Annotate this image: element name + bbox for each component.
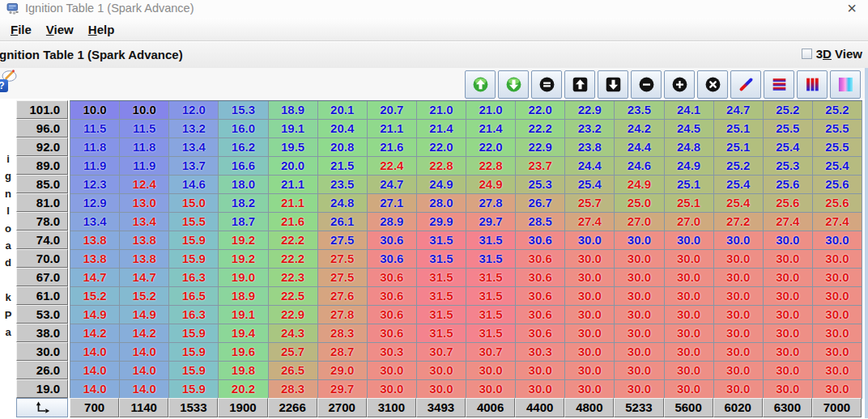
table-cell[interactable]: 30.0 (516, 380, 565, 399)
y-axis-tick[interactable]: 78.0 (16, 212, 68, 231)
table-cell[interactable]: 14.0 (120, 380, 169, 399)
table-cell[interactable]: 20.4 (318, 120, 368, 138)
table-cell[interactable]: 23.8 (565, 138, 615, 157)
table-cell[interactable]: 31.5 (466, 324, 516, 343)
table-cell[interactable]: 16.2 (219, 138, 268, 157)
table-cell[interactable]: 25.6 (813, 194, 862, 213)
y-axis-tick[interactable]: 74.0 (16, 231, 68, 249)
table-cell[interactable]: 23.2 (565, 120, 615, 138)
table-cell[interactable]: 21.0 (417, 101, 466, 120)
table-cell[interactable]: 30.0 (813, 343, 862, 362)
table-cell[interactable]: 21.4 (417, 120, 466, 138)
table-cell[interactable]: 28.3 (318, 324, 368, 343)
v-bars-button[interactable] (797, 70, 828, 99)
table-cell[interactable]: 27.4 (565, 213, 615, 231)
table-cell[interactable]: 31.5 (417, 250, 466, 269)
table-cell[interactable]: 22.0 (516, 101, 565, 120)
table-cell[interactable]: 27.5 (318, 250, 368, 269)
table-cell[interactable]: 25.3 (516, 176, 565, 194)
table-cell[interactable]: 30.0 (565, 287, 615, 306)
table-cell[interactable]: 25.5 (813, 120, 862, 138)
table-cell[interactable]: 30.6 (516, 287, 565, 306)
table-cell[interactable]: 15.9 (169, 380, 219, 399)
table-cell[interactable]: 25.1 (665, 194, 714, 213)
table-cell[interactable]: 22.9 (269, 306, 318, 324)
checkbox-box-icon[interactable] (802, 49, 812, 59)
y-axis-tick[interactable]: 85.0 (16, 175, 68, 193)
table-cell[interactable]: 22.3 (269, 269, 318, 287)
x-axis-tick[interactable]: 1533 (168, 398, 218, 417)
table-cell[interactable]: 30.6 (368, 231, 417, 250)
table-cell[interactable]: 30.0 (764, 362, 813, 380)
help-icon[interactable]: ? (0, 79, 8, 92)
table-cell[interactable]: 15.9 (169, 343, 219, 362)
table-cell[interactable]: 22.9 (565, 101, 615, 120)
table-cell[interactable]: 22.5 (269, 287, 318, 306)
x-axis-tick[interactable]: 700 (70, 398, 119, 417)
table-cell[interactable]: 15.3 (219, 101, 268, 120)
table-cell[interactable]: 13.2 (169, 120, 219, 138)
table-cell[interactable]: 27.2 (714, 213, 764, 231)
table-cell[interactable]: 30.6 (516, 231, 565, 250)
equals-button[interactable] (531, 70, 562, 99)
decrement-button[interactable] (631, 70, 662, 99)
table-cell[interactable]: 26.5 (269, 362, 318, 380)
table-cell[interactable]: 16.6 (219, 157, 268, 176)
table-cell[interactable]: 14.0 (70, 343, 120, 362)
table-cell[interactable]: 30.0 (764, 269, 813, 287)
table-cell[interactable]: 30.0 (565, 324, 615, 343)
x-axis-tick[interactable]: 4800 (564, 398, 614, 417)
y-axis-tick[interactable]: 26.0 (16, 361, 68, 379)
table-cell[interactable]: 29.9 (417, 213, 466, 231)
table-cell[interactable]: 27.1 (368, 194, 417, 213)
table-cell[interactable]: 15.9 (169, 324, 219, 343)
table-cell[interactable]: 12.3 (70, 176, 120, 194)
table-cell[interactable]: 22.8 (417, 157, 466, 176)
table-cell[interactable]: 24.2 (615, 120, 664, 138)
gradient-button[interactable] (830, 70, 861, 99)
table-cell[interactable]: 30.0 (615, 306, 664, 324)
table-cell[interactable]: 30.0 (615, 250, 664, 269)
table-cell[interactable]: 18.7 (219, 213, 268, 231)
table-cell[interactable]: 28.9 (368, 213, 417, 231)
table-cell[interactable]: 30.3 (368, 343, 417, 362)
table-cell[interactable]: 28.5 (516, 213, 565, 231)
table-cell[interactable]: 20.0 (269, 157, 318, 176)
h-bars-button[interactable] (764, 70, 794, 99)
y-axis-tick[interactable]: 19.0 (16, 379, 68, 398)
table-cell[interactable]: 13.8 (70, 231, 120, 250)
x-axis-tick[interactable]: 3100 (367, 398, 416, 417)
table-cell[interactable]: 24.9 (615, 176, 664, 194)
table-cell[interactable]: 19.1 (269, 120, 318, 138)
table-cell[interactable]: 30.6 (368, 287, 417, 306)
table-cell[interactable]: 30.0 (714, 250, 764, 269)
table-cell[interactable]: 30.0 (813, 324, 862, 343)
table-cell[interactable]: 20.1 (318, 101, 368, 120)
table-cell[interactable]: 30.0 (615, 324, 664, 343)
table-cell[interactable]: 18.9 (219, 287, 268, 306)
table-cell[interactable]: 22.0 (466, 138, 516, 157)
table-cell[interactable]: 30.0 (764, 306, 813, 324)
table-cell[interactable]: 31.5 (417, 287, 466, 306)
table-cell[interactable]: 30.0 (714, 287, 764, 306)
x-axis-tick[interactable]: 6300 (763, 398, 812, 417)
table-cell[interactable]: 11.9 (70, 157, 120, 176)
table-cell[interactable]: 30.0 (565, 269, 615, 287)
table-cell[interactable]: 30.6 (368, 306, 417, 324)
table-cell[interactable]: 30.0 (813, 287, 862, 306)
table-cell[interactable]: 23.7 (516, 157, 565, 176)
close-button[interactable]: × (847, 0, 857, 18)
table-cell[interactable]: 30.0 (764, 343, 813, 362)
table-cell[interactable]: 23.5 (615, 101, 664, 120)
table-cell[interactable]: 30.0 (764, 231, 813, 250)
y-axis-tick[interactable]: 89.0 (16, 156, 68, 175)
table-cell[interactable]: 31.5 (466, 287, 516, 306)
table-cell[interactable]: 29.7 (318, 380, 368, 399)
table-cell[interactable]: 30.6 (516, 250, 565, 269)
table-cell[interactable]: 30.6 (368, 324, 417, 343)
table-cell[interactable]: 24.9 (466, 176, 516, 194)
table-cell[interactable]: 30.0 (714, 324, 764, 343)
table-cell[interactable]: 14.2 (70, 324, 120, 343)
shift-up-button[interactable] (564, 70, 595, 99)
table-cell[interactable]: 22.8 (466, 157, 516, 176)
